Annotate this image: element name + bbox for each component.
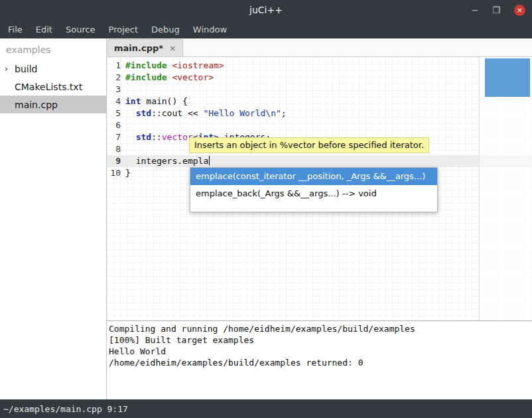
- menu-item-debug[interactable]: Debug: [145, 20, 186, 38]
- tree-item-main-cpp[interactable]: main.cpp: [0, 96, 106, 113]
- terminal-line: Hello World: [109, 346, 530, 357]
- close-icon: ✕: [517, 7, 522, 14]
- line-number: 10: [107, 167, 125, 179]
- scrollbar-thumb[interactable]: [485, 58, 530, 97]
- maximize-button[interactable]: ❐: [492, 6, 500, 15]
- line-number: 8: [107, 143, 125, 155]
- completion-item[interactable]: emplace_back(_Args &&__args...) --> void: [190, 185, 437, 202]
- code-token: vector: [162, 132, 193, 142]
- code-line[interactable]: 6: [107, 119, 532, 131]
- menubar: FileEditSourceProjectDebugWindow: [0, 20, 532, 38]
- code-line[interactable]: 4int main() {: [107, 96, 532, 107]
- line-number: 9: [107, 155, 125, 167]
- line-number: 1: [107, 60, 125, 72]
- window-controls: − ❐ ✕: [471, 0, 525, 20]
- code-token: std: [136, 132, 151, 142]
- tab-main-cpp[interactable]: main.cpp* ×: [107, 39, 183, 56]
- code-text: #include <vector>: [125, 72, 214, 84]
- terminal-line: Compiling and running /home/eidheim/exam…: [109, 323, 530, 334]
- title-bar: juCi++ − ❐ ✕: [0, 0, 532, 20]
- line-number: 7: [107, 131, 125, 143]
- code-token: std: [136, 108, 151, 118]
- right-margin-line: [479, 57, 480, 320]
- tab-close-icon[interactable]: ×: [169, 43, 176, 53]
- terminal-line: /home/eidheim/examples/build/examples re…: [109, 357, 530, 368]
- tree-item-build[interactable]: ›build: [0, 60, 106, 78]
- status-text: ~/examples/main.cpp 9:17: [3, 404, 128, 414]
- completion-item[interactable]: emplace(const_iterator __position, _Args…: [190, 168, 437, 185]
- code-text: int main() {: [125, 96, 188, 107]
- editor-column: main.cpp* × 1#include <iostream>2#includ…: [107, 38, 532, 399]
- menu-item-window[interactable]: Window: [186, 20, 233, 38]
- terminal-panel: Compiling and running /home/eidheim/exam…: [107, 320, 532, 399]
- line-number: 6: [107, 119, 125, 131]
- code-text: std::cout << "Hello World\n";: [125, 107, 287, 119]
- line-number: 5: [107, 107, 125, 119]
- code-text: #include <iostream>: [125, 60, 224, 72]
- code-line[interactable]: 5 std::cout << "Hello World\n";: [107, 107, 532, 119]
- code-line[interactable]: 1#include <iostream>: [107, 60, 532, 72]
- code-token: [125, 108, 136, 118]
- menu-item-source[interactable]: Source: [59, 20, 102, 38]
- tree-item-label: build: [15, 64, 37, 74]
- completion-popup: emplace(const_iterator __position, _Args…: [190, 167, 438, 212]
- terminal-line: [100%] Built target examples: [109, 334, 530, 346]
- code-token: <vector>: [172, 72, 214, 82]
- tab-bar: main.cpp* ×: [107, 38, 532, 57]
- code-token: #include: [125, 72, 167, 82]
- code-text: }: [125, 167, 131, 179]
- code-token: #include: [125, 60, 167, 70]
- line-number: 3: [107, 84, 125, 96]
- expander-icon[interactable]: ›: [5, 64, 15, 74]
- text-cursor: [209, 156, 210, 165]
- code-line[interactable]: 3: [107, 84, 532, 96]
- line-number: 4: [107, 96, 125, 107]
- line-number: 2: [107, 72, 125, 84]
- minimize-button[interactable]: −: [471, 6, 478, 15]
- code-token: "Hello World\n": [203, 108, 281, 118]
- code-text: integers.empla: [125, 155, 210, 167]
- code-token: <iostream>: [172, 60, 224, 70]
- menu-item-project[interactable]: Project: [102, 20, 145, 38]
- app-window: juCi++ − ❐ ✕ FileEditSourceProjectDebugW…: [0, 0, 532, 418]
- file-tree: ›buildCMakeLists.txtmain.cpp: [0, 60, 106, 113]
- tab-label: main.cpp*: [114, 43, 163, 53]
- menu-item-edit[interactable]: Edit: [29, 20, 59, 38]
- code-line[interactable]: 2#include <vector>: [107, 72, 532, 84]
- code-token: }: [125, 168, 131, 178]
- code-token: main() {: [141, 96, 187, 106]
- sidebar-header: examples: [0, 38, 106, 60]
- menu-item-file[interactable]: File: [1, 20, 29, 38]
- code-lines[interactable]: 1#include <iostream>2#include <vector>34…: [107, 57, 532, 179]
- code-token: [125, 132, 136, 142]
- code-token: integers.empla: [125, 156, 208, 166]
- completion-tooltip: Inserts an object in %vector before spec…: [189, 137, 429, 153]
- tree-item-label: CMakeLists.txt: [15, 82, 82, 92]
- tree-item-label: main.cpp: [15, 100, 58, 110]
- tree-item-cmakelists-txt[interactable]: CMakeLists.txt: [0, 78, 106, 96]
- terminal-output: Compiling and running /home/eidheim/exam…: [109, 323, 530, 368]
- main-area: examples ›buildCMakeLists.txtmain.cpp ma…: [0, 38, 532, 399]
- code-token: ::cout <<: [151, 108, 203, 118]
- code-line[interactable]: 9 integers.empla: [107, 155, 532, 167]
- close-button[interactable]: ✕: [514, 5, 525, 16]
- window-title: juCi++: [0, 5, 532, 15]
- editor[interactable]: 1#include <iostream>2#include <vector>34…: [107, 57, 532, 320]
- code-token: ;: [281, 108, 287, 118]
- sidebar: examples ›buildCMakeLists.txtmain.cpp: [0, 38, 107, 399]
- status-bar: ~/examples/main.cpp 9:17: [0, 399, 532, 418]
- code-token: int: [125, 96, 141, 106]
- code-token: ::: [151, 132, 162, 142]
